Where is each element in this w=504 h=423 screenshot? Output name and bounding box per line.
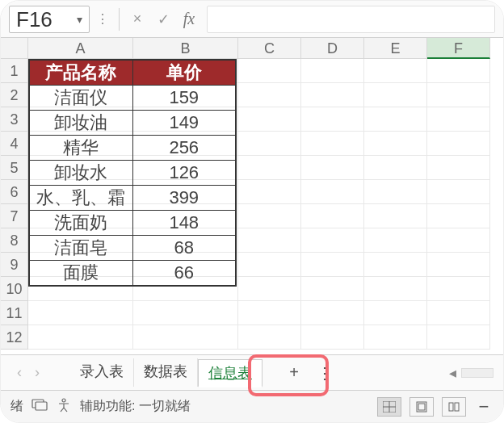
table-cell[interactable]: 洗面奶 [29,211,132,236]
cell[interactable] [238,59,301,83]
cell[interactable] [364,253,427,277]
cell[interactable] [301,325,364,350]
cell[interactable] [238,301,301,325]
cell[interactable] [301,277,364,301]
cell[interactable] [238,132,301,156]
cell[interactable] [364,228,427,253]
cell[interactable] [301,301,364,325]
column-header-B[interactable]: B [133,38,238,59]
accessibility-icon[interactable] [56,397,72,417]
table-cell[interactable]: 卸妆油 [29,111,132,136]
chevron-down-icon[interactable]: ▾ [74,6,82,33]
cell[interactable] [238,277,301,301]
sheet-nav-prev[interactable]: ‹ [10,364,28,381]
cell[interactable] [301,59,364,83]
scroll-left-icon[interactable]: ◂ [443,364,461,382]
cell[interactable] [301,156,364,180]
column-header-A[interactable]: A [28,38,133,59]
sheet-menu-button[interactable]: ⋮ [309,363,340,383]
zoom-out-button[interactable]: − [474,396,494,417]
cancel-formula-button[interactable]: × [126,8,149,31]
cell[interactable] [364,156,427,180]
cell[interactable] [301,132,364,156]
table-cell[interactable]: 面膜 [29,261,132,287]
table-cell[interactable]: 159 [132,86,236,111]
table-cell[interactable]: 卸妆水 [29,161,132,186]
cell[interactable] [427,107,490,132]
spreadsheet-grid[interactable]: ABCDEF123456789101112 产品名称单价 洁面仪159卸妆油14… [1,38,503,354]
cell[interactable] [301,180,364,204]
row-header-5[interactable]: 5 [1,156,28,180]
insert-function-button[interactable]: fx [178,8,200,31]
row-header-3[interactable]: 3 [1,107,28,132]
cell[interactable] [364,107,427,132]
cell[interactable] [28,301,133,325]
table-cell[interactable]: 256 [132,136,236,161]
sheet-tab[interactable]: 信息表 [198,359,262,387]
row-header-1[interactable]: 1 [1,59,28,83]
formula-input[interactable] [207,6,495,33]
view-page-layout-button[interactable] [410,397,434,417]
cell[interactable] [364,204,427,228]
view-page-break-button[interactable] [442,397,466,417]
add-sheet-button[interactable]: + [279,363,309,382]
cell[interactable] [238,253,301,277]
cell[interactable] [364,59,427,83]
cell[interactable] [427,180,490,204]
cell[interactable] [238,156,301,180]
cell[interactable] [427,277,490,301]
row-header-6[interactable]: 6 [1,180,28,204]
table-cell[interactable]: 68 [132,236,236,261]
display-settings-icon[interactable] [32,398,48,416]
table-cell[interactable]: 洁面皂 [29,236,132,261]
cell[interactable] [364,180,427,204]
select-all-corner[interactable] [1,38,28,59]
table-cell[interactable]: 399 [132,186,236,211]
cell[interactable] [364,132,427,156]
horizontal-scrollbar[interactable]: ◂ [443,364,494,382]
cell[interactable] [301,228,364,253]
cell[interactable] [427,204,490,228]
cell[interactable] [301,83,364,107]
table-cell[interactable]: 精华 [29,136,132,161]
cell[interactable] [364,277,427,301]
column-header-E[interactable]: E [364,38,427,59]
cell[interactable] [427,253,490,277]
column-header-D[interactable]: D [301,38,364,59]
cell[interactable] [238,107,301,132]
row-header-7[interactable]: 7 [1,204,28,228]
name-box[interactable]: F16 ▾ [9,6,90,33]
row-header-4[interactable]: 4 [1,132,28,156]
cell[interactable] [301,107,364,132]
cell[interactable] [427,228,490,253]
cell[interactable] [427,325,490,350]
table-cell[interactable]: 126 [132,161,236,186]
cell[interactable] [427,59,490,83]
table-cell[interactable]: 洁面仪 [29,86,132,111]
table-cell[interactable]: 148 [132,211,236,236]
table-cell[interactable]: 水、乳、霜 [29,186,132,211]
cell[interactable] [238,325,301,350]
column-header-F[interactable]: F [427,38,490,59]
cell[interactable] [238,83,301,107]
cell[interactable] [238,228,301,253]
sheet-nav-next[interactable]: › [28,364,46,381]
accept-formula-button[interactable]: ✓ [152,8,174,31]
cell[interactable] [238,204,301,228]
row-header-10[interactable]: 10 [1,277,28,301]
cell[interactable] [301,204,364,228]
sheet-tab[interactable]: 录入表 [70,358,134,387]
drag-handle-icon[interactable]: ⋮ [93,11,112,27]
row-header-8[interactable]: 8 [1,228,28,253]
view-normal-button[interactable] [377,397,401,417]
cell[interactable] [427,132,490,156]
row-header-9[interactable]: 9 [1,253,28,277]
column-header-C[interactable]: C [238,38,301,59]
cell[interactable] [133,325,238,350]
cell[interactable] [301,253,364,277]
table-cell[interactable]: 66 [132,261,236,287]
cell[interactable] [427,83,490,107]
cell[interactable] [28,325,133,350]
cell[interactable] [364,325,427,350]
row-header-11[interactable]: 11 [1,301,28,325]
